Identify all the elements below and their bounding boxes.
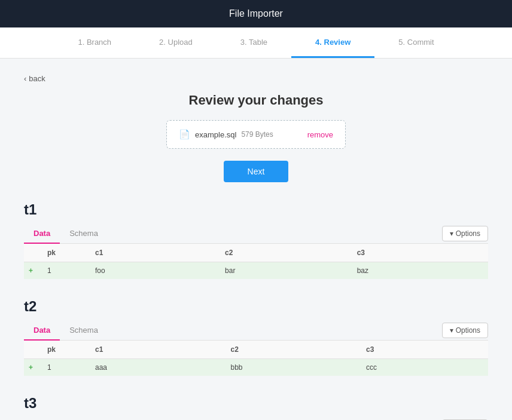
- cell-c1: foo: [88, 262, 218, 280]
- indicator-header: [24, 341, 40, 359]
- table-tabs-t2: Data Schema ▾ Options: [24, 321, 488, 341]
- table-row: + 1 foo bar baz: [24, 262, 488, 280]
- col-pk-t1: pk: [40, 244, 88, 262]
- step-upload[interactable]: 2. Upload: [135, 27, 217, 58]
- table-name-t3: t3: [24, 395, 488, 412]
- table-tabs-t3: Data Schema ▾ Options: [24, 418, 488, 420]
- next-button[interactable]: Next: [224, 161, 289, 182]
- tab-schema-t3[interactable]: Schema: [60, 418, 108, 420]
- tabs-left-t3: Data Schema: [24, 418, 108, 420]
- table-section-t1: t1 Data Schema ▾ Options pk c1 c2 c3: [24, 201, 488, 279]
- main-content: ‹ back Review your changes 📄 example.sql…: [0, 59, 512, 420]
- data-table-t2: pk c1 c2 c3 + 1 aaa bbb ccc: [24, 341, 488, 376]
- step-review[interactable]: 4. Review: [291, 27, 374, 58]
- app-title: File Importer: [229, 8, 283, 19]
- cell-c1: aaa: [88, 359, 223, 376]
- table-section-t2: t2 Data Schema ▾ Options pk c1 c2 c3: [24, 298, 488, 376]
- col-c1-t2: c1: [88, 341, 223, 359]
- table-header-row: pk c1 c2 c3: [24, 341, 488, 359]
- cell-c3: baz: [350, 262, 488, 280]
- steps-nav: 1. Branch 2. Upload 3. Table 4. Review 5…: [0, 27, 512, 59]
- table-name-t2: t2: [24, 298, 488, 315]
- tab-schema-t1[interactable]: Schema: [60, 224, 108, 244]
- tab-schema-t2[interactable]: Schema: [60, 321, 108, 341]
- col-pk-t2: pk: [40, 341, 88, 359]
- table-row: + 1 aaa bbb ccc: [24, 359, 488, 376]
- tab-data-t2[interactable]: Data: [24, 321, 60, 341]
- options-button-t2[interactable]: ▾ Options: [442, 323, 488, 338]
- app-header: File Importer: [0, 0, 512, 27]
- tab-data-t3[interactable]: Data: [24, 418, 60, 420]
- col-c2-t1: c2: [218, 244, 350, 262]
- data-table-t1: pk c1 c2 c3 + 1 foo bar baz: [24, 244, 488, 279]
- col-c3-t2: c3: [359, 341, 488, 359]
- file-name: example.sql: [195, 130, 236, 139]
- table-section-t3: t3 Data Schema ▾ Options pk c1 c2 c3: [24, 395, 488, 420]
- tabs-left-t2: Data Schema: [24, 321, 108, 340]
- col-c2-t2: c2: [223, 341, 358, 359]
- step-table[interactable]: 3. Table: [217, 27, 291, 58]
- file-box: 📄 example.sql 579 Bytes remove: [166, 120, 346, 149]
- file-info: 📄 example.sql 579 Bytes: [179, 129, 273, 140]
- chevron-down-icon: ▾: [450, 229, 453, 238]
- cell-c3: ccc: [359, 359, 488, 376]
- step-commit[interactable]: 5. Commit: [374, 27, 458, 58]
- tab-data-t1[interactable]: Data: [24, 224, 60, 244]
- col-c1-t1: c1: [88, 244, 218, 262]
- back-arrow-icon: ‹: [24, 74, 26, 83]
- remove-link[interactable]: remove: [307, 130, 333, 139]
- table-name-t1: t1: [24, 201, 488, 218]
- col-c3-t1: c3: [350, 244, 488, 262]
- step-branch[interactable]: 1. Branch: [54, 27, 135, 58]
- back-link[interactable]: ‹ back: [24, 74, 45, 83]
- cell-c2: bar: [218, 262, 350, 280]
- tabs-left-t1: Data Schema: [24, 224, 108, 243]
- file-size: 579 Bytes: [241, 130, 273, 139]
- table-header-row: pk c1 c2 c3: [24, 244, 488, 262]
- page-title: Review your changes: [24, 93, 488, 108]
- cell-pk: 1: [40, 359, 88, 376]
- table-tabs-t1: Data Schema ▾ Options: [24, 224, 488, 244]
- cell-pk: 1: [40, 262, 88, 280]
- options-button-t1[interactable]: ▾ Options: [442, 226, 488, 241]
- row-indicator: +: [24, 262, 40, 280]
- row-indicator: +: [24, 359, 40, 376]
- cell-c2: bbb: [223, 359, 358, 376]
- indicator-header: [24, 244, 40, 262]
- file-icon: 📄: [179, 129, 190, 140]
- chevron-down-icon: ▾: [450, 326, 453, 335]
